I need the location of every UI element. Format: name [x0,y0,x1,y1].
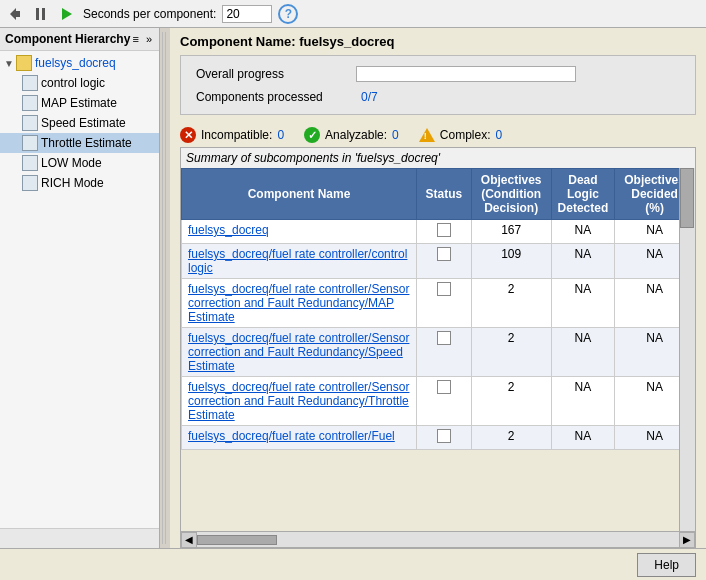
item-label: RICH Mode [41,176,104,190]
cell-status [417,220,472,244]
component-link[interactable]: fuelsys_docreq/fuel rate controller/cont… [188,247,407,275]
main-area: Component Hierarchy ≡ » ▼ fuelsys_docreq… [0,28,706,548]
scroll-left-btn[interactable]: ◀ [181,532,197,548]
sidebar-controls: ≡ » [130,33,154,45]
sidebar-item-rich-mode[interactable]: RICH Mode [0,173,159,193]
item-label: LOW Mode [41,156,102,170]
components-processed-row: Components processed 0/7 [196,90,680,104]
svg-marker-3 [62,8,72,20]
resize-handle[interactable] [162,32,168,544]
cell-dead-logic: NA [551,279,615,328]
component-name-header: Component Name: fuelsys_docreq [170,28,706,55]
cell-objectives: 2 [471,377,551,426]
table-scroll-area: Component Name Status Objectives (Condit… [181,168,695,547]
component-link[interactable]: fuelsys_docreq/fuel rate controller/Sens… [188,282,409,324]
complex-label: Complex: [440,128,491,142]
component-link[interactable]: fuelsys_docreq/fuel rate controller/Sens… [188,331,409,373]
item-icon [22,135,38,151]
warning-triangle [419,128,435,142]
item-icon [22,115,38,131]
sidebar-item-throttle-estimate[interactable]: Throttle Estimate [0,133,159,153]
sidebar-item-control-logic[interactable]: control logic [0,73,159,93]
sidebar-header: Component Hierarchy ≡ » [0,28,159,51]
scroll-right-btn[interactable]: ▶ [679,532,695,548]
status-checkbox[interactable] [437,282,451,296]
pause-button[interactable] [31,4,51,24]
scroll-thumb[interactable] [197,535,277,545]
content-area: Component Name: fuelsys_docreq Overall p… [170,28,706,548]
components-value: 0/7 [361,90,378,104]
cell-objectives: 2 [471,328,551,377]
col-status: Status [417,169,472,220]
analyzable-status: ✓ Analyzable: 0 [304,127,399,143]
play-button[interactable] [57,4,77,24]
table-row: fuelsys_docreq/fuel rate controller/Sens… [182,279,695,328]
col-dead-logic: Dead Logic Detected [551,169,615,220]
complex-icon [419,127,435,143]
table-row: fuelsys_docreq/fuel rate controller/Sens… [182,328,695,377]
status-checkbox[interactable] [437,223,451,237]
horizontal-scrollbar[interactable]: ◀ ▶ [181,531,695,547]
progress-bar-container [356,66,576,82]
overall-label: Overall progress [196,67,356,81]
incompatible-count: 0 [277,128,284,142]
sidebar-item-root[interactable]: ▼ fuelsys_docreq [0,53,159,73]
cell-status [417,377,472,426]
item-label: Speed Estimate [41,116,126,130]
col-component-name: Component Name [182,169,417,220]
status-checkbox[interactable] [437,331,451,345]
sidebar-item-map-estimate[interactable]: MAP Estimate [0,93,159,113]
scroll-track [197,535,679,545]
folder-icon [16,55,32,71]
sidebar-item-speed-estimate[interactable]: Speed Estimate [0,113,159,133]
status-checkbox[interactable] [437,429,451,443]
analyzable-count: 0 [392,128,399,142]
item-label: control logic [41,76,105,90]
cell-objectives: 2 [471,426,551,450]
toolbar: Seconds per component: ? [0,0,706,28]
cell-component-name: fuelsys_docreq/fuel rate controller/Sens… [182,328,417,377]
seconds-label: Seconds per component: [83,7,216,21]
svg-rect-1 [36,8,39,20]
cell-component-name: fuelsys_docreq/fuel rate controller/Sens… [182,279,417,328]
col-objectives: Objectives (Condition Decision) [471,169,551,220]
sidebar-item-low-mode[interactable]: LOW Mode [0,153,159,173]
cell-objectives: 109 [471,244,551,279]
back-button[interactable] [5,4,25,24]
component-link[interactable]: fuelsys_docreq [188,223,269,237]
sidebar-title: Component Hierarchy [5,32,130,46]
svg-marker-0 [10,8,20,20]
item-label: Throttle Estimate [41,136,132,150]
cell-dead-logic: NA [551,426,615,450]
cell-status [417,328,472,377]
help-icon[interactable]: ? [278,4,298,24]
overall-progress-row: Overall progress [196,66,680,82]
sidebar: Component Hierarchy ≡ » ▼ fuelsys_docreq… [0,28,160,548]
sidebar-tree: ▼ fuelsys_docreq control logic MAP Estim… [0,51,159,528]
arrow-right-icon[interactable]: » [144,33,154,45]
table-row: fuelsys_docreq/fuel rate controller/Sens… [182,377,695,426]
status-checkbox[interactable] [437,247,451,261]
status-bar: ✕ Incompatible: 0 ✓ Analyzable: 0 Comple… [170,123,706,147]
help-button[interactable]: Help [637,553,696,577]
vertical-scrollbar[interactable] [679,168,695,531]
cell-objectives: 167 [471,220,551,244]
status-checkbox[interactable] [437,380,451,394]
component-link[interactable]: fuelsys_docreq/fuel rate controller/Sens… [188,380,409,422]
expand-all-icon[interactable]: ≡ [130,33,140,45]
cell-status [417,279,472,328]
incompatible-label: Incompatible: [201,128,272,142]
component-link[interactable]: fuelsys_docreq/fuel rate controller/Fuel [188,429,395,443]
bottom-bar: Help [0,548,706,580]
cell-status [417,426,472,450]
cell-objectives: 2 [471,279,551,328]
item-icon [22,175,38,191]
scrollbar-thumb[interactable] [680,168,694,228]
cell-status [417,244,472,279]
item-icon [22,95,38,111]
tree-expand-arrow: ▼ [4,58,16,69]
cell-component-name: fuelsys_docreq/fuel rate controller/cont… [182,244,417,279]
table-row: fuelsys_docreq/fuel rate controller/cont… [182,244,695,279]
analyzable-icon: ✓ [304,127,320,143]
seconds-input[interactable] [222,5,272,23]
